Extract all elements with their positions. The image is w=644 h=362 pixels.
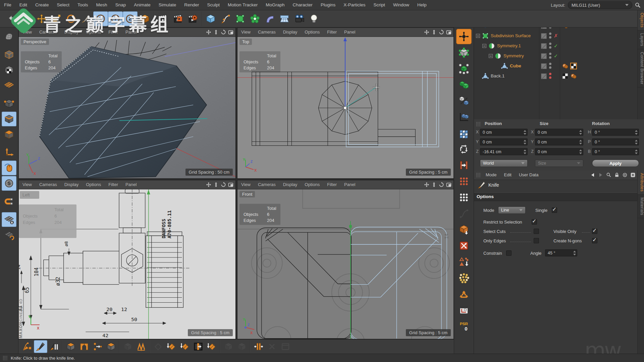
expand-toggle[interactable]: − — [476, 34, 480, 38]
add-spline[interactable] — [218, 11, 233, 26]
knife-mode-select[interactable]: Line — [498, 206, 526, 214]
dolly-view-icon[interactable] — [213, 182, 219, 187]
maximize-view-icon[interactable] — [228, 29, 233, 35]
explode-segments-command[interactable] — [456, 77, 472, 93]
viewport-menu-filter[interactable]: Filter — [323, 180, 340, 189]
viewport-menu-filter[interactable]: Filter — [323, 28, 340, 37]
layer-color-box[interactable] — [541, 63, 547, 69]
spinner[interactable] — [635, 130, 638, 135]
constrain-checkbox[interactable] — [506, 250, 512, 256]
checker-sel-tag-icon[interactable] — [570, 63, 577, 69]
render-settings-button[interactable] — [185, 11, 200, 26]
history-forward-icon[interactable] — [598, 172, 603, 178]
object-row-symmetry[interactable]: −Symmetry✓ — [474, 51, 638, 61]
create-ngons-checkbox[interactable] — [592, 238, 597, 243]
point-grid-red-command[interactable] — [456, 174, 472, 189]
coordinate-space-select[interactable]: World — [480, 160, 528, 167]
side-tab-objects[interactable]: Objects — [638, 10, 644, 31]
viewport-menu-options[interactable]: Options — [301, 28, 323, 37]
polygons-mode-button[interactable] — [2, 127, 16, 142]
swap-objects-command[interactable] — [456, 93, 472, 109]
psr-reset-command[interactable]: PSR0 — [456, 318, 472, 334]
viewport-menu-options[interactable]: Options — [301, 180, 323, 189]
drop-to-floor-command[interactable] — [456, 254, 472, 269]
scatter-command[interactable] — [456, 270, 472, 286]
viewport-perspective[interactable]: ViewCamerasDisplayOptionsFilterPanel — [18, 27, 236, 179]
phong-tag-icon[interactable] — [570, 73, 577, 79]
exchange-command[interactable] — [456, 141, 472, 157]
object-row-cube[interactable]: Cube — [474, 61, 638, 71]
object-name[interactable]: Subdivision Surface — [491, 31, 531, 41]
apply-button[interactable]: Apply — [592, 160, 639, 167]
object-name[interactable]: Symmetry.1 — [497, 41, 521, 51]
rotation-p-field[interactable]: 0 ° — [592, 138, 639, 145]
snap-magnet-button[interactable] — [2, 194, 16, 209]
visibility-dots[interactable] — [549, 33, 551, 39]
retopo-command[interactable] — [456, 286, 472, 302]
expand-toggle[interactable]: − — [482, 44, 486, 48]
checker-tag-icon[interactable] — [562, 73, 569, 79]
history-back-icon[interactable] — [590, 172, 595, 178]
phong-tag-icon[interactable] — [562, 63, 569, 69]
lock-workplane-button[interactable] — [2, 212, 16, 227]
visibility-dots[interactable] — [549, 73, 551, 79]
dolly-view-icon[interactable] — [431, 29, 437, 35]
close-polygon-hole-tool[interactable] — [252, 340, 265, 353]
search-icon[interactable] — [635, 2, 641, 8]
add-primitive-cube[interactable] — [203, 11, 218, 26]
layer-color-box[interactable] — [541, 73, 547, 79]
matrix-extrude-tool[interactable] — [135, 340, 148, 353]
search-icon[interactable] — [606, 172, 611, 178]
viewport-menu-cameras[interactable]: Cameras — [254, 180, 279, 189]
viewport-menu-panel[interactable]: Panel — [122, 180, 140, 189]
align-workplane-button[interactable] — [2, 228, 16, 242]
single-checkbox[interactable] — [552, 207, 557, 213]
target-icon[interactable] — [622, 172, 628, 178]
extrude-tool[interactable] — [64, 340, 77, 353]
viewport-menu-view[interactable]: View — [19, 180, 36, 189]
normal-scale-tool[interactable] — [178, 340, 192, 353]
texture-mode-button[interactable] — [2, 63, 16, 77]
layout-select[interactable]: MILG11 (User) — [568, 1, 632, 9]
menu-tools[interactable]: Tools — [73, 0, 92, 10]
viewport-left[interactable]: ViewCamerasDisplayOptionsFilterPanel — [18, 180, 236, 339]
collapse-command[interactable] — [456, 222, 472, 237]
menu-render[interactable]: Render — [180, 0, 203, 10]
mirror-command[interactable] — [456, 238, 472, 253]
disabled-x-icon[interactable]: ✗ — [554, 31, 558, 41]
array-command[interactable] — [456, 125, 472, 141]
rotate-view-icon[interactable] — [221, 182, 226, 187]
extrude-inner-tool[interactable] — [104, 340, 118, 353]
enable-snap-button[interactable]: S — [2, 176, 16, 191]
split-tool[interactable] — [222, 340, 235, 353]
pan-view-icon[interactable] — [424, 182, 429, 187]
normal-move-tool[interactable] — [151, 340, 165, 353]
pan-view-icon[interactable] — [206, 29, 211, 35]
object-row-back-1[interactable]: Back.1 — [474, 71, 638, 81]
viewport-menu-cameras[interactable]: Cameras — [254, 28, 279, 37]
viewport-menu-options[interactable]: Options — [82, 180, 105, 189]
only-edges-checkbox[interactable] — [534, 238, 539, 243]
model-mode-button[interactable] — [2, 47, 16, 62]
render-picture-viewer-button[interactable] — [170, 11, 185, 26]
spline-command[interactable] — [456, 206, 472, 221]
edges-mode-button[interactable] — [2, 112, 16, 126]
point-grid-white-command[interactable] — [456, 190, 472, 205]
melt-tool[interactable] — [279, 340, 292, 353]
add-deformer[interactable] — [262, 11, 277, 26]
viewport-menu-panel[interactable]: Panel — [340, 180, 359, 189]
points-mode-button[interactable] — [2, 96, 16, 111]
measure-command[interactable] — [456, 109, 472, 125]
weld-tool[interactable] — [91, 340, 104, 353]
maximize-view-icon[interactable] — [446, 182, 451, 187]
spinner[interactable] — [523, 140, 526, 144]
visible-only-checkbox[interactable] — [592, 229, 597, 234]
object-row-symmetry-1[interactable]: −Symmetry.1✓ — [474, 41, 638, 51]
add-environment-floor[interactable] — [277, 11, 292, 26]
add-mograph-cloner[interactable] — [248, 11, 262, 26]
spinner[interactable] — [579, 140, 582, 144]
guide-rails-command[interactable] — [456, 158, 472, 173]
spinner[interactable] — [573, 251, 576, 255]
size-z-field[interactable]: 0 cm — [535, 148, 583, 155]
menu-select[interactable]: Select — [53, 0, 74, 10]
